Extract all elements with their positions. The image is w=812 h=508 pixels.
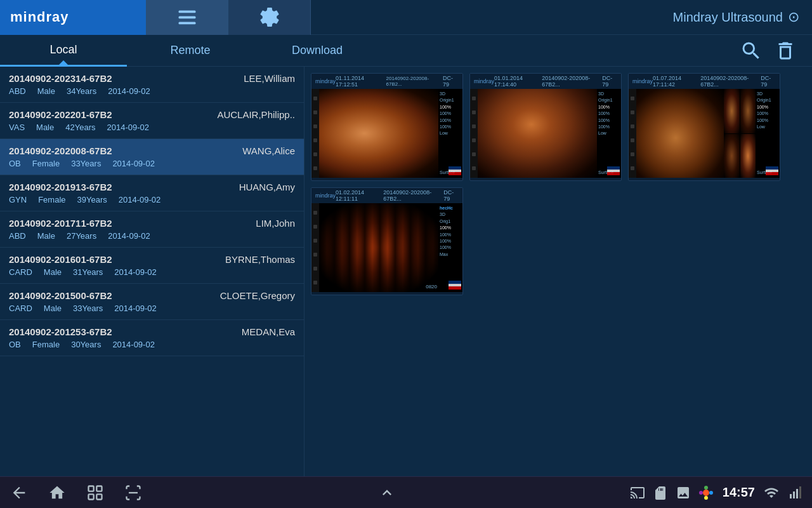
settings-icon: [258, 6, 281, 29]
us-scan-spine: [319, 203, 438, 292]
list-item-row: 20140902-201711-67B2 LIM,John: [9, 218, 295, 231]
tab-remote-label: Remote: [170, 44, 210, 57]
thumbnail-4[interactable]: mindray 01.02.2014 12:11:11 20140902-202…: [311, 187, 463, 295]
svg-rect-3: [89, 486, 94, 491]
thumbnail-3[interactable]: mindray 01.07.2014 17:11:42 20140902-202…: [628, 73, 780, 181]
patient-id: 20140902-201711-67B2: [9, 218, 112, 229]
app-title: Mindray Ultrasound ⊙: [673, 9, 812, 25]
flag-icon: [766, 166, 778, 175]
cast-icon: [630, 485, 645, 500]
search-button[interactable]: [737, 37, 765, 65]
list-item-row: 20140902-202201-67B2 AUCLAIR,Philipp..: [9, 109, 295, 123]
patient-type: GYN: [9, 195, 27, 204]
thumb-date: 01.07.2014 17:11:42: [653, 75, 700, 88]
thumb-model: DC-79: [443, 75, 459, 88]
us-scan-face: [319, 89, 438, 178]
up-button[interactable]: [374, 480, 400, 505]
list-item[interactable]: 20140902-202008-67B2 WANG,Alice OB Femal…: [0, 139, 304, 175]
us-scan-organ: [636, 89, 724, 178]
patient-date: 2014-09-02: [108, 86, 150, 96]
list-item-row: 20140902-201500-67B2 CLOETE,Gregory: [9, 290, 295, 304]
svg-rect-5: [89, 494, 94, 499]
recents-button[interactable]: [82, 480, 108, 505]
patient-name: LIM,John: [256, 218, 295, 229]
thumb-model: DC-79: [443, 189, 459, 202]
thumb-date: 01.02.2014 12:11:11: [336, 189, 383, 202]
list-nav-button[interactable]: [146, 0, 228, 35]
thumb-info: 20140902-202008-67B2...: [383, 189, 443, 202]
patient-name: AUCLAIR,Philipp..: [217, 109, 295, 120]
flag-icon: [449, 166, 461, 175]
list-item[interactable]: 20140902-201601-67B2 BYRNE,Thomas CARD M…: [0, 248, 304, 284]
thumb-model: DC-79: [761, 75, 776, 88]
settings-nav-button[interactable]: [228, 0, 311, 35]
filmstrip-left: [311, 203, 319, 292]
patient-type: ABD: [9, 86, 26, 96]
delete-button[interactable]: [771, 37, 799, 65]
screencast-icon[interactable]: [629, 484, 646, 502]
thumb-date: 01.01.2014 17:14:40: [494, 75, 542, 88]
patient-type: VAS: [9, 123, 25, 132]
patient-gender: Male: [37, 231, 55, 241]
svg-rect-7: [129, 491, 138, 493]
patient-type: OB: [9, 340, 21, 349]
home-button[interactable]: [44, 480, 70, 505]
sd-card-icon: [653, 485, 668, 500]
patient-date: 2014-09-02: [108, 231, 150, 241]
patient-gender: Male: [44, 304, 62, 313]
home-icon: [48, 484, 66, 502]
patient-date: 2014-09-02: [107, 123, 149, 132]
tab-remote[interactable]: Remote: [127, 35, 254, 67]
us-parameters: 3D Origin1 100% 100% 100% 100% Low Surfa…: [438, 89, 462, 178]
thumbnail-2[interactable]: mindray 01.01.2014 17:14:40 20140902-202…: [469, 73, 622, 181]
thumbnail-1[interactable]: mindray 01.11.2014 17:12:51 20140902-202…: [311, 73, 463, 181]
list-item[interactable]: 20140902-201253-67B2 MEDAN,Eva OB Female…: [0, 320, 304, 356]
svg-rect-0: [178, 11, 195, 13]
patient-age: 33Years: [71, 159, 101, 168]
wifi-icon: ⊙: [788, 9, 799, 25]
bottom-nav: [6, 480, 146, 505]
svg-rect-2: [178, 22, 195, 25]
patient-date: 2014-09-02: [112, 340, 155, 349]
patient-gender: Male: [37, 86, 55, 96]
patient-gender: Male: [44, 267, 62, 277]
thumb-brand: mindray: [315, 192, 336, 199]
sdcard-icon[interactable]: [652, 484, 669, 502]
wifi-icon: [764, 485, 779, 500]
patient-date: 2014-09-02: [119, 195, 161, 204]
flag-icon: [449, 281, 461, 290]
list-item[interactable]: 20140902-202314-67B2 LEE,William ABD Mal…: [0, 67, 304, 103]
list-item[interactable]: 20140902-201500-67B2 CLOETE,Gregory CARD…: [0, 284, 304, 320]
svg-rect-16: [799, 486, 801, 498]
back-button[interactable]: [6, 480, 32, 505]
image-gallery-icon[interactable]: [674, 484, 692, 502]
patient-type: ABD: [9, 231, 26, 241]
patient-name: BYRNE,Thomas: [225, 254, 295, 265]
list-item[interactable]: 20140902-201913-67B2 HUANG,Amy GYN Femal…: [0, 175, 304, 211]
tab-local[interactable]: Local: [0, 35, 127, 67]
scan-button[interactable]: [121, 480, 146, 505]
flag-icon: [607, 166, 620, 175]
list-item[interactable]: 20140902-202201-67B2 AUCLAIR,Philipp.. V…: [0, 103, 304, 139]
us-parameters: 3D Origin1 100% 100% 100% 100% Low Surfa…: [597, 89, 621, 178]
us-parameters: 3D Origin1 100% 100% 100% Low Surface: [756, 89, 780, 178]
filmstrip-left: [311, 89, 319, 178]
list-item[interactable]: 20140902-201711-67B2 LIM,John ABD Male 2…: [0, 211, 304, 248]
us-small-grid: [724, 89, 756, 178]
filmstrip-left: [629, 89, 636, 178]
patient-name: CLOETE,Gregory: [220, 290, 295, 301]
thumb-id-label: 0820: [426, 284, 437, 290]
patient-date: 2014-09-02: [112, 159, 155, 168]
tab-local-label: Local: [49, 43, 77, 57]
thumb-image-2: 3D Origin1 100% 100% 100% 100% Low Surfa…: [470, 89, 621, 178]
patient-gender: Female: [32, 159, 60, 168]
svg-rect-1: [178, 17, 195, 19]
thumb-header-3: mindray 01.07.2014 17:11:42 20140902-202…: [629, 74, 780, 89]
patient-age: 27Years: [67, 231, 96, 241]
logo-area: mindray: [0, 0, 146, 35]
patient-date: 2014-09-02: [114, 267, 157, 277]
color-app-icon[interactable]: [697, 484, 715, 502]
tab-download[interactable]: Download: [254, 35, 381, 67]
patient-meta: OB Female 33Years 2014-09-02: [9, 159, 295, 168]
patient-id: 20140902-201500-67B2: [9, 290, 112, 301]
